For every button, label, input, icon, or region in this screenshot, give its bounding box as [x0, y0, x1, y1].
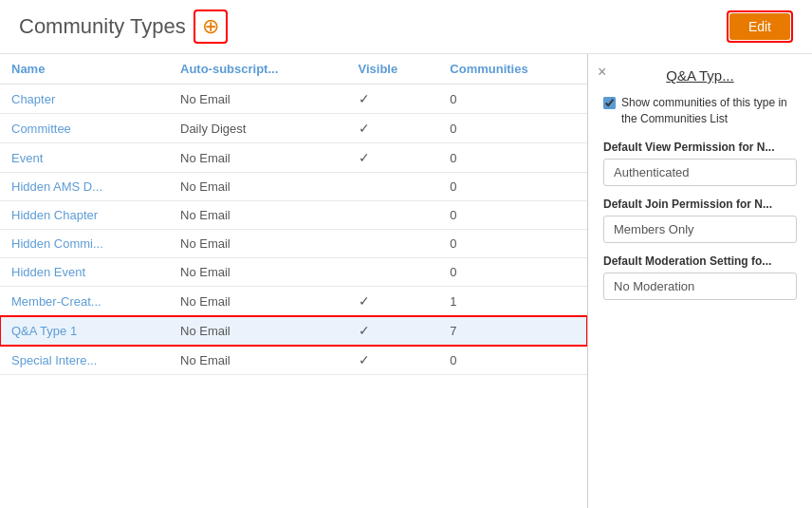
row-communities: 0: [438, 173, 587, 201]
table-header-row: Name Auto-subscript... Visible Communiti…: [0, 54, 587, 85]
row-communities: 0: [438, 114, 587, 143]
row-auto-sub: No Email: [169, 316, 347, 346]
table-row[interactable]: Q&A Type 1No Email✓7: [0, 316, 587, 346]
row-communities: 0: [438, 230, 587, 258]
table-panel: Name Auto-subscript... Visible Communiti…: [0, 54, 588, 508]
checkmark-icon: ✓: [359, 323, 370, 338]
view-permission-label: Default View Permission for N...: [603, 141, 797, 154]
view-permission-value[interactable]: Authenticated: [603, 159, 797, 186]
row-auto-sub: Daily Digest: [169, 114, 347, 143]
main-content: Name Auto-subscript... Visible Communiti…: [0, 54, 812, 508]
col-visible[interactable]: Visible: [347, 54, 439, 85]
row-communities: 0: [438, 201, 587, 230]
table-row[interactable]: EventNo Email✓0: [0, 143, 587, 173]
show-in-list-label: Show communities of this type in the Com…: [621, 95, 797, 127]
row-name: Hidden Event: [0, 258, 169, 287]
side-panel: × Q&A Typ... Show communities of this ty…: [588, 54, 812, 508]
row-auto-sub: No Email: [169, 85, 347, 114]
row-communities: 0: [438, 85, 587, 114]
col-auto-sub[interactable]: Auto-subscript...: [169, 54, 347, 85]
row-visible: ✓: [347, 316, 439, 346]
checkmark-icon: ✓: [359, 352, 370, 367]
row-auto-sub: No Email: [169, 173, 347, 201]
row-visible: [347, 230, 439, 258]
row-name: Hidden AMS D...: [0, 173, 169, 201]
table-row[interactable]: Hidden EventNo Email0: [0, 258, 587, 287]
add-button-wrapper: ⊕: [194, 9, 228, 44]
row-visible: ✓: [347, 287, 439, 316]
join-permission-label: Default Join Permission for N...: [603, 198, 797, 211]
table-row[interactable]: CommitteeDaily Digest✓0: [0, 114, 587, 143]
row-name: Q&A Type 1: [0, 316, 169, 346]
row-name: Member-Creat...: [0, 287, 169, 316]
row-name: Event: [0, 143, 169, 173]
table-row[interactable]: ChapterNo Email✓0: [0, 85, 587, 114]
show-in-list-row: Show communities of this type in the Com…: [603, 95, 797, 127]
row-communities: 0: [438, 346, 587, 375]
row-visible: [347, 173, 439, 201]
row-visible: ✓: [347, 346, 439, 375]
row-name: Chapter: [0, 85, 169, 114]
edit-button[interactable]: Edit: [729, 13, 790, 40]
side-panel-title: Q&A Typ...: [603, 67, 797, 84]
close-button[interactable]: ×: [598, 64, 606, 81]
row-visible: ✓: [347, 85, 439, 114]
row-communities: 0: [438, 143, 587, 173]
header-left: Community Types ⊕: [19, 9, 228, 44]
table-row[interactable]: Member-Creat...No Email✓1: [0, 287, 587, 316]
show-in-list-checkbox[interactable]: [603, 97, 616, 109]
checkmark-icon: ✓: [359, 293, 370, 309]
row-visible: ✓: [347, 114, 439, 143]
page-title: Community Types: [19, 14, 186, 39]
row-visible: ✓: [347, 143, 439, 173]
page-header: Community Types ⊕ Edit: [0, 0, 812, 54]
checkmark-icon: ✓: [359, 91, 370, 106]
col-communities[interactable]: Communities: [438, 54, 587, 85]
row-visible: [347, 258, 439, 287]
row-name: Hidden Chapter: [0, 201, 169, 230]
row-auto-sub: No Email: [169, 143, 347, 173]
table-row[interactable]: Hidden AMS D...No Email0: [0, 173, 587, 201]
checkmark-icon: ✓: [359, 150, 370, 165]
table-row[interactable]: Hidden ChapterNo Email0: [0, 201, 587, 230]
row-name: Committee: [0, 114, 169, 143]
row-name: Hidden Commi...: [0, 230, 169, 258]
row-visible: [347, 201, 439, 230]
add-community-type-button[interactable]: ⊕: [196, 12, 225, 41]
row-auto-sub: No Email: [169, 258, 347, 287]
edit-button-wrapper: Edit: [727, 10, 793, 43]
table-row[interactable]: Hidden Commi...No Email0: [0, 230, 587, 258]
row-auto-sub: No Email: [169, 346, 347, 375]
row-auto-sub: No Email: [169, 230, 347, 258]
table-row[interactable]: Special Intere...No Email✓0: [0, 346, 587, 375]
row-communities: 1: [438, 287, 587, 316]
row-communities: 7: [438, 316, 587, 346]
moderation-value[interactable]: No Moderation: [603, 273, 797, 300]
plus-circle-icon: ⊕: [202, 16, 219, 37]
col-name[interactable]: Name: [0, 54, 169, 85]
row-auto-sub: No Email: [169, 201, 347, 230]
checkmark-icon: ✓: [359, 121, 370, 136]
header-right: Edit: [727, 10, 793, 43]
row-auto-sub: No Email: [169, 287, 347, 316]
community-types-table: Name Auto-subscript... Visible Communiti…: [0, 54, 587, 375]
row-communities: 0: [438, 258, 587, 287]
join-permission-value[interactable]: Members Only: [603, 216, 797, 243]
row-name: Special Intere...: [0, 346, 169, 375]
moderation-label: Default Moderation Setting fo...: [603, 254, 797, 268]
